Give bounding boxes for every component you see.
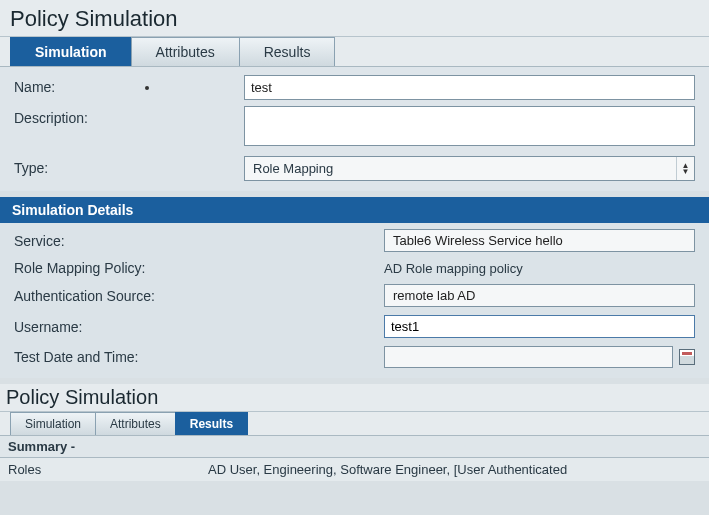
service-value: Table6 Wireless Service hello — [384, 229, 695, 252]
auth-source-label: Authentication Source: — [14, 288, 384, 304]
name-input[interactable] — [244, 75, 695, 100]
roles-value: AD User, Engineering, Software Engineer,… — [208, 462, 701, 477]
auth-source-value: remote lab AD — [384, 284, 695, 307]
description-input[interactable] — [244, 106, 695, 146]
page-title: Policy Simulation — [0, 0, 709, 37]
tab-results[interactable]: Results — [239, 37, 336, 66]
required-dot-icon — [145, 86, 149, 90]
updown-arrows-icon: ▲▼ — [676, 157, 694, 180]
form-area: Name: Description: Type: Role Mapping ▲▼ — [0, 66, 709, 191]
username-input[interactable] — [384, 315, 695, 338]
type-label: Type: — [14, 156, 244, 176]
service-label: Service: — [14, 233, 384, 249]
test-date-input[interactable] — [384, 346, 673, 368]
page-title-lower: Policy Simulation — [0, 384, 709, 412]
tab-attributes-lower[interactable]: Attributes — [95, 412, 176, 435]
tab-simulation-lower[interactable]: Simulation — [10, 412, 96, 435]
description-label: Description: — [14, 106, 244, 126]
name-label: Name: — [14, 75, 244, 95]
test-date-label: Test Date and Time: — [14, 349, 384, 365]
summary-header: Summary - — [0, 435, 709, 458]
tab-attributes[interactable]: Attributes — [131, 37, 240, 66]
tab-simulation[interactable]: Simulation — [10, 37, 132, 66]
roles-row: Roles AD User, Engineering, Software Eng… — [0, 458, 709, 481]
type-select[interactable]: Role Mapping ▲▼ — [244, 156, 695, 181]
tabs-upper: Simulation Attributes Results — [0, 37, 709, 66]
roles-label: Roles — [8, 462, 208, 477]
tabs-lower: Simulation Attributes Results — [0, 412, 709, 435]
simulation-details-header: Simulation Details — [0, 197, 709, 223]
details-area: Service: Table6 Wireless Service hello R… — [0, 223, 709, 378]
type-select-value: Role Mapping — [245, 157, 676, 180]
role-mapping-policy-label: Role Mapping Policy: — [14, 260, 384, 276]
role-mapping-policy-value: AD Role mapping policy — [384, 261, 695, 276]
tab-results-lower[interactable]: Results — [175, 412, 248, 435]
username-label: Username: — [14, 319, 384, 335]
calendar-icon[interactable] — [679, 349, 695, 365]
